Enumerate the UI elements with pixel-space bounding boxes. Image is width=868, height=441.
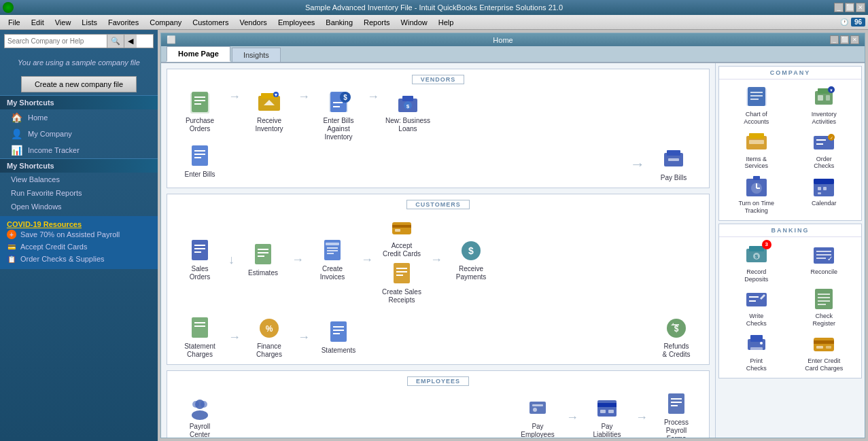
customers-row2: StatementCharges → % Financ — [167, 310, 709, 364]
inner-restore[interactable]: ⬜ — [840, 35, 849, 44]
right-icon-print-checks[interactable]: PrintChecks — [725, 332, 788, 372]
wf-purchase-orders[interactable]: PurchaseOrders — [175, 90, 224, 133]
menu-employees[interactable]: Employees — [273, 17, 320, 28]
minimize-btn[interactable]: _ — [834, 3, 844, 12]
back-button[interactable]: ◀ — [124, 35, 137, 48]
vendors-label: VENDORS — [412, 75, 465, 84]
wf-accept-credit-cards[interactable]: AcceptCredit Cards — [377, 215, 426, 258]
wf-refunds-credits[interactable]: $ Refunds& Credits — [652, 315, 701, 359]
right-icon-time-tracking[interactable]: Turn on TimeTracking — [725, 174, 788, 215]
menu-vendors[interactable]: Vendors — [235, 17, 273, 28]
credit-card-charges-label: Enter CreditCard Charges — [805, 357, 843, 372]
wf-payroll-center[interactable]: PayrollCenter — [175, 395, 224, 438]
menu-edit[interactable]: Edit — [26, 17, 50, 28]
sidebar-home-label: Home — [28, 113, 48, 122]
close-btn[interactable]: ✕ — [856, 3, 865, 12]
covid-credit-cards[interactable]: 💳 Accept Credit Cards — [7, 241, 151, 253]
right-icon-reconcile[interactable]: ✓ Reconcile — [793, 243, 856, 283]
shortcuts-section-header[interactable]: My Shortcuts — [0, 158, 158, 173]
right-icon-order-checks[interactable]: ✓ OrderChecks — [793, 130, 856, 171]
company-section: COMPANY — [718, 66, 862, 221]
menu-lists[interactable]: Lists — [76, 17, 103, 28]
wf-pay-bills[interactable]: Pay Bills — [649, 147, 698, 182]
wf-receive-inventory[interactable]: ▼ ReceiveInventory — [245, 90, 294, 133]
restore-btn[interactable]: ⬜ — [845, 3, 854, 12]
wf-pay-employees[interactable]: PayEmployees — [513, 395, 562, 438]
home-icon: 🏠 — [11, 112, 22, 123]
right-icon-record-deposits[interactable]: $ 3 RecordDeposits — [725, 243, 788, 283]
wf-business-loans[interactable]: $ New: BusinessLoans — [383, 90, 432, 133]
wf-create-invoices[interactable]: CreateInvoices — [308, 238, 357, 281]
wf-sales-orders[interactable]: SalesOrders — [175, 238, 224, 281]
menu-company[interactable]: Company — [144, 17, 187, 28]
inner-controls[interactable]: _ ⬜ ✕ — [830, 35, 859, 44]
menu-view[interactable]: View — [50, 17, 77, 28]
menu-favorites[interactable]: Favorites — [103, 17, 144, 28]
menu-customers[interactable]: Customers — [187, 17, 234, 28]
tab-insights[interactable]: Insights — [232, 48, 281, 62]
covid-link[interactable]: COVID-19 Resources — [7, 220, 151, 228]
svg-rect-26 — [668, 158, 679, 161]
covid-section: COVID-19 Resources + Save 70% on Assiste… — [0, 216, 158, 269]
wf-create-sales-receipts[interactable]: Create SalesReceipts — [377, 261, 426, 304]
payroll-icon: + — [7, 230, 16, 239]
wf-statement-charges[interactable]: StatementCharges — [175, 315, 224, 359]
sidebar-item-home[interactable]: 🏠 Home — [0, 109, 158, 126]
menu-window[interactable]: Window — [396, 17, 433, 28]
sidebar-item-view-balances[interactable]: View Balances — [0, 173, 158, 186]
sidebar-item-open-windows[interactable]: Open Windows — [0, 200, 158, 213]
svg-text:✓: ✓ — [830, 136, 833, 140]
sidebar-item-run-reports[interactable]: Run Favorite Reports — [0, 186, 158, 200]
right-icon-chart-accounts[interactable]: Chart ofAccounts — [725, 85, 788, 126]
search-bar[interactable]: 🔍 ◀ — [4, 34, 154, 48]
inner-close[interactable]: ✕ — [850, 35, 859, 44]
covid-payroll[interactable]: + Save 70% on Assisted Payroll — [7, 228, 151, 241]
right-icon-credit-card-charges[interactable]: Enter CreditCard Charges — [793, 332, 856, 372]
menu-help[interactable]: Help — [433, 17, 459, 28]
home-content: VENDORS — [161, 63, 865, 438]
wf-enter-bills[interactable]: Enter Bills — [175, 143, 224, 179]
right-icon-check-register[interactable]: CheckRegister — [793, 287, 856, 328]
receive-inventory-label: ReceiveInventory — [255, 117, 283, 133]
wf-pay-liabilities[interactable]: PayLiabilities — [583, 395, 631, 438]
wf-process-payroll[interactable]: ProcessPayrollForms — [652, 391, 701, 438]
wf-statements[interactable]: Statements — [314, 319, 363, 355]
title-controls[interactable]: _ ⬜ ✕ — [834, 3, 865, 12]
svg-rect-36 — [326, 243, 339, 245]
covid-checks[interactable]: 📋 Order Checks & Supplies — [7, 253, 151, 265]
menu-reports[interactable]: Reports — [358, 17, 396, 28]
customers-row1: SalesOrders ↓ — [167, 209, 709, 310]
purchase-orders-icon — [187, 90, 213, 116]
wf-estimates[interactable]: Estimates — [239, 242, 288, 277]
right-icon-calendar[interactable]: Calendar — [793, 174, 856, 215]
pay-liabilities-label: PayLiabilities — [593, 423, 621, 438]
menu-file[interactable]: File — [3, 17, 26, 28]
workflow-area: VENDORS — [161, 63, 715, 438]
user-badge[interactable]: 96 — [851, 18, 865, 27]
inner-restore-icon: ⬜ — [167, 35, 176, 44]
my-shortcuts-header[interactable]: My Shortcuts — [0, 95, 158, 109]
search-button[interactable]: 🔍 — [107, 35, 124, 48]
sidebar: 🔍 ◀ You are using a sample company file … — [0, 30, 158, 441]
tabs-bar: Home Page Insights — [161, 46, 865, 63]
wf-receive-payments[interactable]: $ ReceivePayments — [447, 238, 496, 281]
tab-home-page[interactable]: Home Page — [167, 46, 230, 62]
pay-employees-label: PayEmployees — [521, 423, 554, 438]
customers-label: CUSTOMERS — [406, 200, 469, 209]
sidebar-item-my-company[interactable]: 👤 My Company — [0, 126, 158, 142]
svg-rect-103 — [818, 192, 821, 194]
right-icon-items-services[interactable]: Items &Services — [725, 130, 788, 171]
menu-banking[interactable]: Banking — [320, 17, 358, 28]
wf-enter-bills-inv[interactable]: $ Enter BillsAgainstInventory — [314, 90, 363, 141]
create-company-button[interactable]: Create a new company file — [21, 76, 137, 92]
inner-minimize[interactable]: _ — [830, 35, 839, 44]
wf-finance-charges[interactable]: % FinanceCharges — [245, 315, 294, 359]
right-icon-inventory[interactable]: ▼ InventoryActivities — [793, 85, 856, 126]
print-checks-label: PrintChecks — [746, 357, 767, 372]
calendar-icon — [812, 174, 836, 198]
arrow1: → — [228, 90, 241, 104]
search-input[interactable] — [5, 35, 107, 47]
right-icon-write-checks[interactable]: WriteChecks — [725, 287, 788, 328]
sidebar-item-income-tracker[interactable]: 📊 Income Tracker — [0, 142, 158, 158]
employees-label: EMPLOYEES — [407, 376, 469, 386]
